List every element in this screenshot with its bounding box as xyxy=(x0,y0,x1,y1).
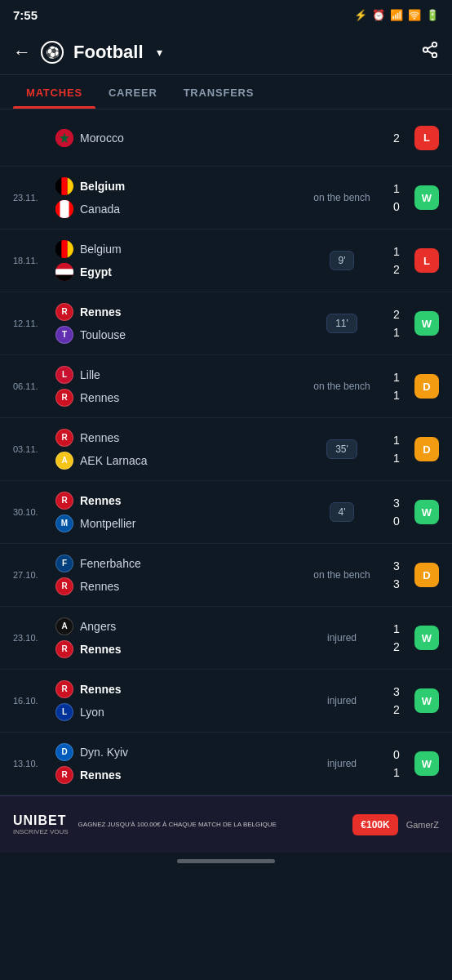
svg-rect-12 xyxy=(55,240,61,258)
svg-rect-11 xyxy=(60,200,69,218)
result-badge: W xyxy=(414,688,439,713)
match-teams: RRennesAAEK Larnaca xyxy=(49,426,297,472)
score-away: 2 xyxy=(387,638,406,656)
battery-icon: 🔋 xyxy=(426,9,439,21)
match-row[interactable]: 13.10.DDyn. KyivRRennesinjured01W xyxy=(0,733,452,795)
home-bar xyxy=(0,853,452,869)
back-button[interactable]: ← xyxy=(13,42,31,63)
ad-logo: UNIBET inscrivez vous xyxy=(13,813,69,835)
match-date: 27.10. xyxy=(13,570,49,580)
match-row[interactable]: 12.11.RRennesTToulouse11'21W xyxy=(0,292,452,355)
team-name: Rennes xyxy=(80,580,119,593)
ad-banner[interactable]: UNIBET inscrivez vous GAGNEZ JUSQU'À 100… xyxy=(0,795,452,853)
match-teams: Morocco xyxy=(49,127,297,149)
ad-brand: GamerZ xyxy=(406,820,439,830)
score-home: 0 xyxy=(387,746,406,764)
result-badge: L xyxy=(414,248,439,273)
team-name: AEK Larnaca xyxy=(80,454,148,467)
match-row[interactable]: 30.10.RRennesMMontpellier4'30W xyxy=(0,481,452,544)
match-date: 06.11. xyxy=(13,381,49,391)
bluetooth-icon: ⚡ xyxy=(354,9,367,21)
match-scores: 2 xyxy=(387,129,406,147)
score-away: 1 xyxy=(387,323,406,341)
match-info: injured xyxy=(297,758,387,769)
match-teams: BelgiumCanada xyxy=(49,175,297,220)
tab-matches[interactable]: MATCHES xyxy=(13,75,95,109)
team-name: Fenerbahce xyxy=(80,557,141,570)
match-date: 12.11. xyxy=(13,318,49,328)
match-info: on the bench xyxy=(297,569,387,581)
minute-badge: 35' xyxy=(326,439,357,459)
team-name: Lyon xyxy=(80,706,104,719)
svg-rect-13 xyxy=(61,240,67,258)
header-left: ← ⚽ Football ▾ xyxy=(13,41,162,64)
team-name: Rennes xyxy=(80,683,122,696)
match-date: 16.10. xyxy=(13,696,49,706)
match-date: 23.10. xyxy=(13,633,49,643)
match-info: 35' xyxy=(297,439,387,459)
team-name: Rennes xyxy=(80,643,122,656)
score-home: 3 xyxy=(387,494,406,512)
match-teams: RRennesLLyon xyxy=(49,678,297,724)
match-row[interactable]: 27.10.FFenerbahceRRenneson the bench33D xyxy=(0,544,452,607)
ad-text: GAGNEZ JUSQU'À 100.00€ À CHAQUE MATCH DE… xyxy=(69,820,353,829)
match-row[interactable]: 06.11.LLilleRRenneson the bench11D xyxy=(0,355,452,418)
share-button[interactable] xyxy=(421,41,439,63)
match-row[interactable]: 23.10.AAngersRRennesinjured12W xyxy=(0,607,452,670)
match-date: 03.11. xyxy=(13,444,49,454)
score-away: 1 xyxy=(387,449,406,467)
result-badge: W xyxy=(414,751,439,776)
match-teams: RRennesMMontpellier xyxy=(49,489,297,535)
page-title: Football xyxy=(73,42,144,63)
match-info: 4' xyxy=(297,502,387,522)
match-row[interactable]: 16.10.RRennesLLyoninjured32W xyxy=(0,670,452,733)
match-scores: 11 xyxy=(387,368,406,404)
score-home: 1 xyxy=(387,180,406,198)
dropdown-icon[interactable]: ▾ xyxy=(157,46,162,59)
minute-badge: 9' xyxy=(330,251,355,270)
result-badge: L xyxy=(414,126,439,150)
match-teams: LLilleRRennes xyxy=(49,363,297,409)
match-info: 11' xyxy=(297,314,387,333)
match-row[interactable]: Morocco2L xyxy=(0,109,452,167)
tab-career[interactable]: CAREER xyxy=(95,75,171,109)
match-scores: 21 xyxy=(387,305,406,341)
team-name: Rennes xyxy=(80,494,122,507)
result-badge: D xyxy=(414,563,439,587)
score-away: 1 xyxy=(387,764,406,782)
match-scores: 12 xyxy=(387,620,406,656)
result-badge: W xyxy=(414,311,439,336)
match-info: injured xyxy=(297,695,387,706)
match-teams: FFenerbahceRRennes xyxy=(49,552,297,598)
team-name: Belgium xyxy=(80,243,122,256)
minute-badge: 11' xyxy=(326,314,357,333)
match-scores: 30 xyxy=(387,494,406,530)
match-row[interactable]: 03.11.RRennesAAEK Larnaca35'11D xyxy=(0,418,452,481)
score-home: 1 xyxy=(387,620,406,638)
score-away: 0 xyxy=(387,198,406,216)
ad-sub-text: inscrivez vous xyxy=(13,828,69,835)
tab-transfers[interactable]: TRANSFERS xyxy=(171,75,268,109)
match-date: 18.11. xyxy=(13,256,49,265)
match-info: 9' xyxy=(297,251,387,270)
team-name: Rennes xyxy=(80,768,122,782)
score-home: 1 xyxy=(387,368,406,386)
team-name: Morocco xyxy=(80,131,124,145)
result-badge: D xyxy=(414,374,439,399)
score-home: 3 xyxy=(387,683,406,701)
team-name: Canada xyxy=(80,203,120,216)
svg-rect-17 xyxy=(55,275,73,281)
team-name: Angers xyxy=(80,620,116,633)
match-scores: 33 xyxy=(387,557,406,593)
match-scores: 32 xyxy=(387,683,406,719)
match-row[interactable]: 23.11.BelgiumCanadaon the bench10W xyxy=(0,167,452,229)
svg-rect-7 xyxy=(55,177,61,195)
match-scores: 10 xyxy=(387,180,406,216)
score-home: 2 xyxy=(387,129,406,147)
match-row[interactable]: 18.11.BelgiumEgypt9'12L xyxy=(0,229,452,292)
score-away: 1 xyxy=(387,386,406,404)
svg-rect-9 xyxy=(68,177,73,195)
svg-line-3 xyxy=(428,51,432,54)
status-bar: 7:55 ⚡ ⏰ 📶 🛜 🔋 xyxy=(0,0,452,29)
alarm-icon: ⏰ xyxy=(372,9,385,21)
